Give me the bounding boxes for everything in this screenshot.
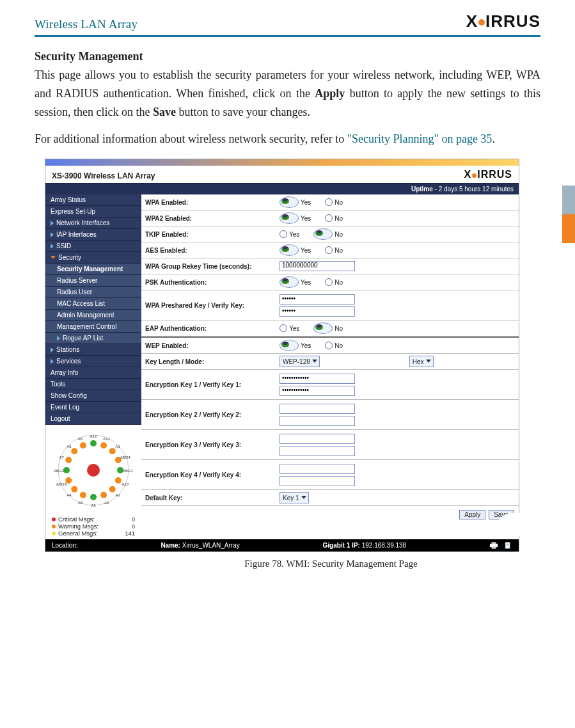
nav-radius-server[interactable]: Radius Server xyxy=(45,275,141,287)
wmi-footer-bar: Location: Name: Xirrus_WLAN_Array Gigabi… xyxy=(45,539,519,551)
radio-yes[interactable]: Yes xyxy=(280,324,299,332)
password-input[interactable] xyxy=(280,404,355,414)
setting-label: Encryption Key 1 / Verify Key 1: xyxy=(145,381,280,388)
password-input[interactable]: •••••••••••• xyxy=(280,386,355,396)
radio-yes[interactable]: Yes xyxy=(280,276,311,288)
nav-stations[interactable]: Stations xyxy=(45,344,141,356)
nav-express-set-up[interactable]: Express Set-Up xyxy=(45,206,141,218)
nav-rogue-ap-list[interactable]: Rogue AP List xyxy=(45,333,141,344)
nav-tools[interactable]: Tools xyxy=(45,379,141,390)
radio-no[interactable]: No xyxy=(313,322,343,334)
nav-iap-interfaces[interactable]: IAP Interfaces xyxy=(45,229,141,241)
side-thumb-tab xyxy=(562,186,575,243)
default-key-select[interactable]: Key 1 xyxy=(280,492,309,503)
setting-label: WPA2 Enabled: xyxy=(145,215,280,222)
radio-no[interactable]: No xyxy=(325,214,343,222)
intro-para-2: For additional information about wireles… xyxy=(35,130,540,148)
nav-admin-management[interactable]: Admin Management xyxy=(45,310,141,321)
key-mode-select[interactable]: Hex xyxy=(409,356,434,367)
security-planning-link[interactable]: "Security Planning" on page 35 xyxy=(347,132,492,145)
text-input[interactable]: 1000000000 xyxy=(280,261,355,271)
nav-security[interactable]: Security xyxy=(45,252,141,264)
radio-yes[interactable]: Yes xyxy=(280,340,311,351)
setting-row: EAP Authentication:YesNo xyxy=(141,320,519,336)
radio-no[interactable]: No xyxy=(325,198,343,206)
setting-label: Encryption Key 3 / Verify Key 3: xyxy=(145,441,280,448)
svg-point-6 xyxy=(109,448,116,454)
password-input[interactable] xyxy=(280,446,355,456)
svg-text:A7: A7 xyxy=(59,456,64,460)
radio-no[interactable]: No xyxy=(325,342,343,349)
nav-ssid[interactable]: SSID xyxy=(45,241,141,252)
radio-yes[interactable]: Yes xyxy=(280,244,311,256)
ap-radio-dial: A12A11A1ABG4ABG1A10A2A9A3A8A4ABG3ABG2A7A… xyxy=(45,425,141,514)
password-input[interactable]: •••••• xyxy=(280,306,355,317)
setting-row: WPA Enabled:YesNo xyxy=(141,194,519,210)
nav-management-control[interactable]: Management Control xyxy=(45,321,141,333)
nav-logout[interactable]: Logout xyxy=(45,413,141,425)
svg-text:A9: A9 xyxy=(104,501,109,505)
chevron-right-icon xyxy=(51,347,54,352)
key-length-select[interactable]: WEP-128 xyxy=(280,356,320,367)
nav-array-status[interactable]: Array Status xyxy=(45,194,141,206)
footer-location: Location: xyxy=(52,542,78,549)
figure-caption: Figure 78. WMI: Security Management Page xyxy=(122,558,540,569)
radio-no[interactable]: No xyxy=(325,246,343,254)
setting-label: WPA Enabled: xyxy=(145,199,280,206)
svg-point-32 xyxy=(80,442,86,448)
svg-text:A1: A1 xyxy=(116,445,121,448)
radio-yes[interactable]: Yes xyxy=(280,212,311,224)
radio-no[interactable]: No xyxy=(325,278,343,286)
nav-radius-user[interactable]: Radius User xyxy=(45,287,141,298)
wmi-sidebar: Array StatusExpress Set-UpNetwork Interf… xyxy=(45,194,141,539)
setting-label: WEP Enabled: xyxy=(145,342,280,349)
nav-security-management[interactable]: Security Management xyxy=(45,264,141,275)
footer-name: Name: Xirrus_WLAN_Array xyxy=(161,542,239,549)
password-input[interactable]: •••••••••••• xyxy=(280,374,355,384)
password-input[interactable] xyxy=(280,434,355,444)
setting-label: WPA Group Rekey Time (seconds): xyxy=(145,263,280,270)
svg-rect-37 xyxy=(505,542,510,548)
brand-x: X xyxy=(466,12,478,31)
save-button[interactable]: Save xyxy=(489,510,514,519)
chevron-right-icon xyxy=(51,221,54,226)
setting-row: WPA Group Rekey Time (seconds):100000000… xyxy=(141,258,519,274)
print-icon[interactable] xyxy=(489,542,498,549)
svg-point-12 xyxy=(115,477,122,484)
svg-point-16 xyxy=(100,492,107,498)
svg-text:ABG3: ABG3 xyxy=(56,482,67,486)
setting-row: Encryption Key 1 / Verify Key 1:••••••••… xyxy=(141,370,519,400)
setting-row: Key Length / Mode:WEP-128Hex xyxy=(141,354,519,370)
password-input[interactable] xyxy=(280,416,355,426)
svg-text:A5: A5 xyxy=(78,437,83,441)
svg-text:A6: A6 xyxy=(67,445,72,448)
password-input[interactable] xyxy=(280,476,355,486)
footer-ip: Gigabit 1 IP: 192.168.39.138 xyxy=(323,542,407,549)
nav-event-log[interactable]: Event Log xyxy=(45,402,141,413)
radio-yes[interactable]: Yes xyxy=(280,230,299,238)
apply-button[interactable]: Apply xyxy=(459,510,485,519)
page-icon[interactable] xyxy=(503,542,512,549)
setting-row: PSK Authentication:YesNo xyxy=(141,274,519,290)
nav-show-config[interactable]: Show Config xyxy=(45,390,141,402)
setting-label: Encryption Key 4 / Verify Key 4: xyxy=(145,471,280,479)
password-input[interactable] xyxy=(280,464,355,474)
wmi-screenshot: XS-3900 Wireless LAN Array XIRRUS Uptime… xyxy=(45,159,519,552)
svg-point-30 xyxy=(71,448,77,454)
svg-point-4 xyxy=(100,442,107,448)
nav-network-interfaces[interactable]: Network Interfaces xyxy=(45,218,141,229)
nav-mac-access-list[interactable]: MAC Access List xyxy=(45,298,141,310)
svg-text:A2: A2 xyxy=(116,493,121,497)
setting-label: TKIP Enabled: xyxy=(145,231,280,238)
nav-services[interactable]: Services xyxy=(45,356,141,367)
radio-no[interactable]: No xyxy=(313,228,343,240)
radio-yes[interactable]: Yes xyxy=(280,196,311,208)
page-header-product: Wireless LAN Array xyxy=(35,17,138,31)
setting-row: WPA Preshared Key / Verify Key:•••••••••… xyxy=(141,290,519,320)
chevron-right-icon xyxy=(57,336,60,341)
setting-row: Encryption Key 4 / Verify Key 4: xyxy=(141,460,519,490)
setting-row: Default Key:Key 1 xyxy=(141,490,519,506)
nav-array-info[interactable]: Array Info xyxy=(45,367,141,379)
password-input[interactable]: •••••• xyxy=(280,294,355,305)
svg-text:A3: A3 xyxy=(91,503,96,507)
